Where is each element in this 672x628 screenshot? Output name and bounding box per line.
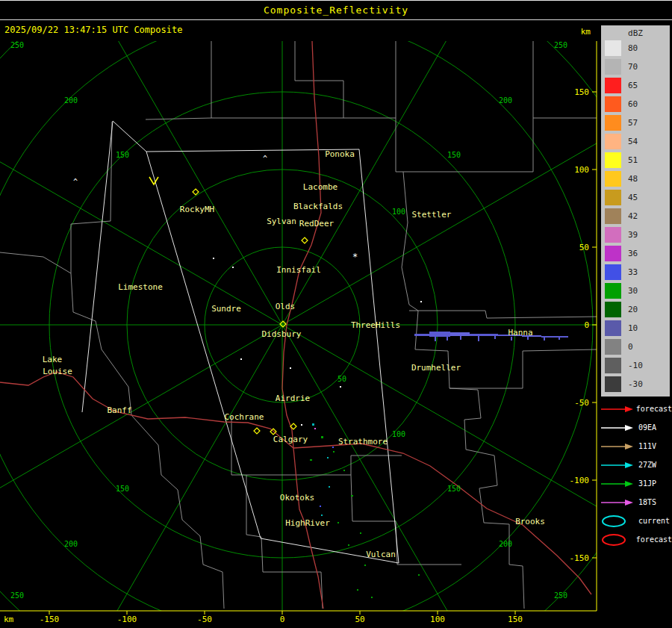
track-arrow-icon bbox=[600, 495, 635, 510]
colorbar-row: 60 bbox=[601, 95, 670, 114]
city-marker-diamond bbox=[254, 428, 260, 434]
echo-pixel bbox=[470, 334, 498, 336]
colorbar-swatch bbox=[605, 40, 621, 56]
city-label: Stettler bbox=[412, 210, 452, 220]
town-dot bbox=[301, 424, 302, 426]
arrow-head bbox=[625, 462, 633, 468]
city-label: Sundre bbox=[211, 304, 241, 314]
echo-pixel bbox=[478, 336, 479, 341]
boundary-line bbox=[71, 122, 112, 273]
boundary-line bbox=[449, 349, 597, 388]
track-legend-row: 31JP bbox=[597, 474, 672, 493]
city-label: Lake bbox=[43, 355, 63, 364]
highway-line bbox=[293, 444, 591, 594]
right-axis-tick-label: 100 bbox=[574, 165, 589, 175]
right-axis-tick-label: 0 bbox=[584, 320, 589, 330]
city-label: Cochrane bbox=[225, 412, 264, 422]
echo-pixel bbox=[360, 532, 361, 534]
ring-range-label: 100 bbox=[392, 430, 405, 438]
arrow-head bbox=[625, 406, 633, 412]
track-legend-label: current bbox=[638, 517, 670, 525]
echo-pixel bbox=[329, 486, 330, 488]
asterisk-marker: * bbox=[352, 252, 358, 262]
echo-pixel bbox=[321, 436, 323, 438]
colorbar-swatch bbox=[605, 339, 621, 355]
colorbar-row: 30 bbox=[601, 282, 670, 300]
boundary-line bbox=[211, 41, 396, 118]
colorbar-swatch bbox=[605, 320, 621, 336]
echo-pixel bbox=[327, 457, 329, 458]
colorbar-row: 65 bbox=[601, 76, 670, 95]
colorbar-value: -10 bbox=[628, 361, 643, 370]
colorbar-swatch bbox=[605, 283, 621, 299]
echo-pixel bbox=[429, 332, 450, 337]
town-dot bbox=[340, 386, 341, 388]
city-label: Strathmore bbox=[338, 437, 388, 447]
city-label: Olds bbox=[276, 302, 296, 311]
colorbar-panel: dBZ 807065605754514845423936333020100-10… bbox=[601, 25, 670, 397]
track-legend-label: 31JP bbox=[638, 479, 656, 488]
echo-pixel bbox=[320, 506, 321, 507]
echo-pixel bbox=[460, 336, 461, 340]
echo-pixel bbox=[310, 459, 312, 461]
city-label: HighRiver bbox=[285, 518, 330, 528]
city-label: Blackfalds bbox=[293, 202, 343, 211]
colorbar-value: 60 bbox=[628, 99, 638, 109]
arrow-head bbox=[625, 500, 633, 506]
city-label: Hanna bbox=[508, 328, 532, 338]
colorbar-swatch bbox=[605, 115, 621, 131]
track-legend-row: current bbox=[597, 512, 672, 530]
echo-pixel bbox=[333, 451, 335, 453]
city-label: Airdrie bbox=[276, 394, 310, 403]
colorbar-swatch bbox=[605, 208, 621, 224]
echo-pixel bbox=[351, 495, 353, 497]
echo-pixel bbox=[312, 423, 314, 426]
track-arrow-icon bbox=[600, 476, 635, 491]
echo-pixel bbox=[541, 336, 556, 338]
radial-line bbox=[0, 0, 282, 325]
city-label: RockyMH bbox=[180, 205, 214, 214]
ring-range-label: 250 bbox=[10, 591, 24, 600]
colorbar-row: 36 bbox=[601, 244, 670, 263]
echo-pixel bbox=[332, 447, 334, 448]
axis-labels: -150-100-50050100150150100500-50-100-150… bbox=[4, 27, 591, 624]
ring-range-label: 200 bbox=[499, 96, 512, 105]
track-ellipse-icon bbox=[600, 532, 633, 547]
town-dots bbox=[213, 258, 422, 426]
ellipse-shape bbox=[603, 535, 625, 545]
scan-area-outlines bbox=[82, 121, 399, 563]
ring-range-label: 100 bbox=[392, 208, 405, 216]
boundary-line bbox=[0, 252, 224, 609]
bottom-axis-unit: km bbox=[4, 615, 14, 624]
colorbar-swatch bbox=[605, 227, 621, 243]
range-ring bbox=[0, 0, 597, 628]
echo-pixel bbox=[337, 522, 339, 523]
colorbar-row: 20 bbox=[601, 300, 670, 319]
arrow-head bbox=[625, 481, 633, 487]
echo-pixel bbox=[371, 597, 373, 598]
track-legend-row: 09EA bbox=[597, 418, 672, 437]
colorbar-swatch bbox=[605, 78, 621, 93]
colorbar-row: 10 bbox=[601, 319, 670, 338]
colorbar-row: 39 bbox=[601, 226, 670, 244]
colorbar-rows: 807065605754514845423936333020100-10-30 bbox=[601, 39, 670, 394]
boundary-line bbox=[246, 456, 402, 475]
range-grid bbox=[0, 0, 597, 628]
colorbar-value: 45 bbox=[628, 193, 638, 202]
right-axis-tick-label: -150 bbox=[570, 553, 590, 563]
radar-map: 2502001502502001501005010015020025015020… bbox=[0, 0, 597, 628]
colorbar-value: 57 bbox=[628, 118, 638, 128]
echo-pixel bbox=[364, 565, 366, 566]
arrow-head bbox=[625, 444, 633, 450]
colorbar-value: 42 bbox=[628, 211, 638, 221]
colorbar-value: 30 bbox=[628, 286, 638, 296]
city-label: Didsbury bbox=[262, 329, 302, 339]
city-labels: PonokaLacombeBlackfaldsSylvanRedDeerStet… bbox=[43, 149, 545, 559]
colorbar-row: -30 bbox=[601, 375, 670, 394]
city-label: Brooks bbox=[515, 517, 545, 526]
echo-pixel bbox=[556, 336, 568, 338]
city-label: Sylvan bbox=[267, 217, 296, 226]
bottom-axis-tick-label: -100 bbox=[117, 615, 137, 624]
echo-pixel bbox=[494, 336, 496, 339]
ring-range-label: 200 bbox=[64, 540, 78, 548]
